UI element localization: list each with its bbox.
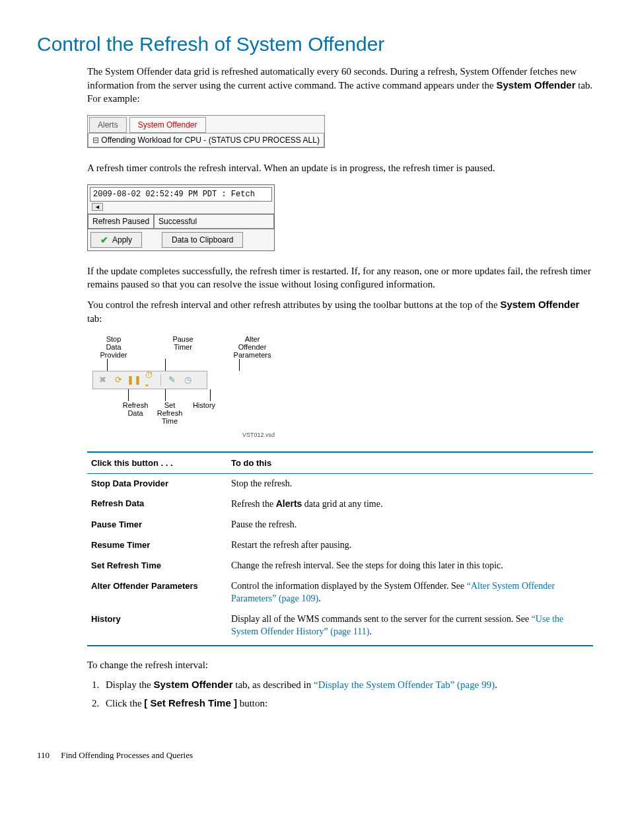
scroll-left-icon[interactable]: ◄	[92, 203, 103, 211]
lbl-alter-offender: Alter Offender Parameters	[232, 335, 272, 359]
figure-status-panel: 2009-08-02 02:52:49 PM PDT : Fetch ◄ Ref…	[87, 184, 593, 251]
th-action: To do this	[227, 452, 593, 474]
stop-data-provider-icon[interactable]: ✖	[97, 375, 108, 385]
history-icon[interactable]: ◷	[182, 375, 193, 385]
status-timestamp: 2009-08-02 02:52:49 PM PDT : Fetch	[90, 187, 272, 202]
link-display-system-offender-tab[interactable]: “Display the System Offender Tab” (page …	[314, 679, 495, 690]
lbl-pause-timer: Pause Timer	[163, 335, 203, 359]
table-row: Refresh DataRefresh the Alerts data grid…	[87, 494, 593, 515]
refresh-timer-paragraph: A refresh timer controls the refresh int…	[87, 161, 593, 175]
button-name-cell: Alter Offender Parameters	[87, 576, 227, 609]
lbl-history: History	[189, 401, 219, 425]
page-footer: 110 Find Offending Processes and Queries	[37, 750, 593, 761]
check-icon: ✔	[100, 235, 108, 245]
s2-post: button:	[237, 698, 267, 708]
system-offender-bold: System Offender	[497, 79, 576, 91]
s1-pre: Display the	[106, 679, 154, 690]
table-row: Alter Offender ParametersControl the inf…	[87, 576, 593, 609]
table-row: Resume TimerRestart the refresh after pa…	[87, 535, 593, 556]
button-desc-cell: Change the refresh interval. See the ste…	[227, 556, 593, 576]
table-row: Pause TimerPause the refresh.	[87, 515, 593, 535]
vsd-filename: VST012.vsd	[92, 425, 277, 438]
lbl-refresh-data: Refresh Data	[120, 401, 151, 425]
update-success-paragraph: If the update completes successfully, th…	[87, 264, 593, 291]
button-desc-cell: Control the information displayed by the…	[227, 576, 593, 609]
s1-bold: System Offender	[154, 679, 233, 690]
page-number: 110	[37, 750, 50, 761]
s2-pre: Click the	[106, 698, 144, 708]
refresh-data-icon[interactable]: ⟳	[113, 375, 123, 385]
lbl-stop-data-provider: Stop Data Provider	[94, 335, 133, 359]
button-name-cell: Stop Data Provider	[87, 473, 227, 494]
button-name-cell: Set Refresh Time	[87, 556, 227, 576]
th-button: Click this button . . .	[87, 452, 227, 474]
chapter-title: Find Offending Processes and Queries	[61, 750, 193, 760]
s2-bold: [ Set Refresh Time ]	[144, 697, 237, 708]
button-name-cell: Resume Timer	[87, 535, 227, 556]
para4-bold: System Offender	[500, 299, 579, 310]
step-1: Display the System Offender tab, as desc…	[102, 678, 593, 691]
button-name-cell: History	[87, 609, 227, 646]
button-desc-cell: Refresh the Alerts data grid at any time…	[227, 494, 593, 515]
tree-collapse-icon[interactable]: ⊟	[92, 135, 99, 145]
steps-list: Display the System Offender tab, as desc…	[87, 678, 593, 710]
active-command-bar: ⊟ Offending Workload for CPU - (STATUS C…	[88, 133, 324, 147]
figure-toolbar-diagram: Stop Data Provider Pause Timer Alter Off…	[87, 335, 593, 438]
s1-mid: tab, as described in	[233, 679, 314, 690]
active-command-text: Offending Workload for CPU - (STATUS CPU…	[101, 135, 320, 145]
toolbar-intro-paragraph: You control the refresh interval and oth…	[87, 298, 593, 325]
status-refresh-paused: Refresh Paused	[88, 214, 154, 229]
apply-label: Apply	[112, 235, 132, 245]
para4-pre: You control the refresh interval and oth…	[87, 299, 500, 310]
pause-timer-icon[interactable]: ❚❚	[129, 375, 139, 385]
table-row: Stop Data ProviderStop the refresh.	[87, 473, 593, 494]
change-interval-intro: To change the refresh interval:	[87, 658, 593, 672]
tab-alerts[interactable]: Alerts	[89, 117, 127, 133]
toolbar-separator	[160, 374, 161, 386]
button-name-cell: Refresh Data	[87, 494, 227, 515]
alter-offender-icon[interactable]: ✎	[166, 375, 177, 385]
figure-tabs: Alerts System Offender ⊟ Offending Workl…	[87, 115, 593, 148]
table-row: Set Refresh TimeChange the refresh inter…	[87, 556, 593, 576]
set-refresh-time-icon[interactable]: ⏱▾	[145, 375, 155, 385]
lbl-set-refresh-time: Set Refresh Time	[155, 401, 185, 425]
apply-button[interactable]: ✔ Apply	[90, 232, 142, 248]
button-name-cell: Pause Timer	[87, 515, 227, 535]
intro-paragraph: The System Offender data grid is refresh…	[87, 65, 593, 106]
s1-post: .	[495, 679, 497, 690]
button-desc-cell: Restart the refresh after pausing.	[227, 535, 593, 556]
data-to-clipboard-button[interactable]: Data to Clipboard	[162, 232, 243, 248]
button-desc-cell: Pause the refresh.	[227, 515, 593, 535]
tab-system-offender[interactable]: System Offender	[129, 117, 206, 133]
step-2: Click the [ Set Refresh Time ] button:	[102, 697, 593, 710]
clipboard-label: Data to Clipboard	[172, 235, 233, 245]
page-heading: Control the Refresh of System Offender	[37, 33, 593, 56]
button-desc-cell: Display all of the WMS commands sent to …	[227, 609, 593, 646]
para4-post: tab:	[87, 313, 102, 324]
status-successful: Successful	[154, 214, 274, 229]
toolbar-buttons-table: Click this button . . . To do this Stop …	[87, 451, 593, 646]
table-row: HistoryDisplay all of the WMS commands s…	[87, 609, 593, 646]
button-desc-cell: Stop the refresh.	[227, 473, 593, 494]
